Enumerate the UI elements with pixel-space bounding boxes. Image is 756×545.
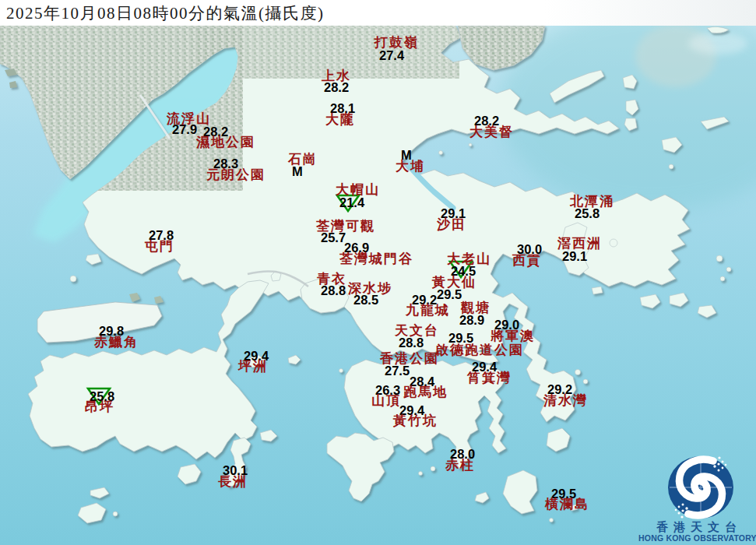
south-islet bbox=[419, 472, 423, 476]
ninepin-islet bbox=[720, 276, 725, 281]
jin-island bbox=[592, 287, 603, 294]
map-title: 2025年10月08日08時00分的氣溫(攝氏度) bbox=[0, 2, 325, 24]
tolo-islet bbox=[439, 151, 443, 155]
tolo-islet bbox=[469, 143, 472, 146]
cloud-patch bbox=[688, 33, 747, 54]
ninepin-islet bbox=[716, 255, 723, 262]
sha-chau bbox=[70, 276, 76, 282]
hko-logo: 香港天文台 HONG KONG OBSERVATORY bbox=[638, 450, 756, 545]
ninepin-islet bbox=[726, 267, 731, 272]
cwb-islet bbox=[583, 379, 588, 384]
shelter-island bbox=[610, 239, 617, 247]
mirs-islet bbox=[669, 164, 673, 169]
hko-logo-english: HONG KONG OBSERVATORY bbox=[638, 533, 756, 543]
green-island bbox=[339, 369, 343, 373]
title-bar: 2025年10月08日08時00分的氣溫(攝氏度) bbox=[0, 0, 756, 26]
soko-islet bbox=[113, 512, 118, 516]
south-islet bbox=[431, 466, 435, 471]
weather-map-screen: 27.4打鼓嶺28.2上水28.1大隴27.9流浮山28.2濕地公園28.3元朗… bbox=[0, 0, 756, 545]
islet bbox=[550, 519, 554, 522]
cwb-islet bbox=[575, 370, 581, 375]
